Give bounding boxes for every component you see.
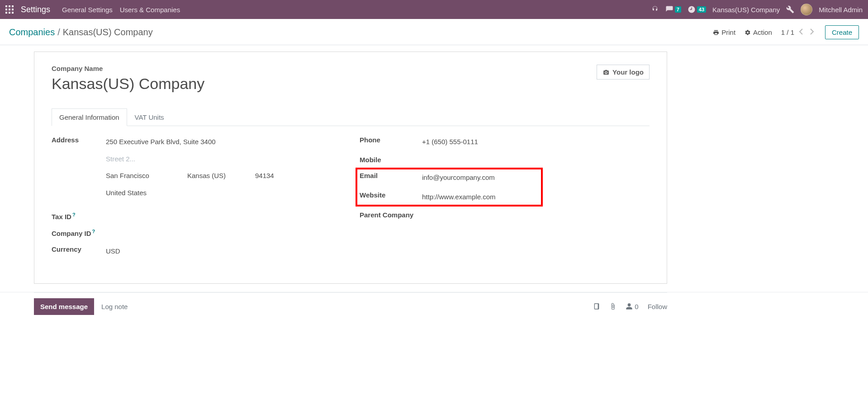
chatter: Send message Log note 0 Follow bbox=[34, 292, 667, 320]
currency-label: Currency bbox=[52, 245, 106, 253]
user-menu[interactable]: Mitchell Admin bbox=[819, 6, 863, 14]
svg-rect-8 bbox=[12, 12, 14, 14]
country-field[interactable]: United States bbox=[106, 187, 342, 199]
svg-rect-7 bbox=[9, 12, 10, 14]
company-name-value[interactable]: Kansas(US) Company bbox=[52, 75, 597, 93]
state-field[interactable]: Kansas (US) bbox=[187, 170, 242, 182]
email-label: Email bbox=[360, 172, 422, 179]
top-navbar: Settings General Settings Users & Compan… bbox=[0, 0, 868, 19]
nav-general-settings[interactable]: General Settings bbox=[62, 6, 113, 14]
tax-id-label: Tax ID? bbox=[52, 212, 106, 221]
company-switcher[interactable]: Kansas(US) Company bbox=[712, 6, 780, 14]
control-panel: Companies / Kansas(US) Company Print Act… bbox=[0, 19, 868, 45]
action-button[interactable]: Action bbox=[745, 28, 772, 36]
website-label: Website bbox=[360, 191, 422, 199]
company-id-label: Company ID? bbox=[52, 229, 106, 237]
tax-id-help-icon[interactable]: ? bbox=[72, 212, 76, 217]
svg-rect-4 bbox=[9, 9, 10, 10]
mobile-label: Mobile bbox=[360, 156, 422, 164]
parent-company-label: Parent Company bbox=[360, 211, 422, 219]
user-icon bbox=[626, 303, 633, 310]
logo-upload[interactable]: Your logo bbox=[597, 65, 650, 80]
form-sheet: Company Name Kansas(US) Company Your log… bbox=[34, 52, 667, 284]
city-field[interactable]: San Francisco bbox=[106, 170, 174, 182]
svg-rect-2 bbox=[12, 5, 14, 7]
book-icon[interactable] bbox=[593, 303, 600, 310]
zip-field[interactable]: 94134 bbox=[255, 170, 274, 182]
breadcrumb-current: Kansas(US) Company bbox=[63, 27, 153, 38]
gear-icon bbox=[745, 29, 751, 36]
company-id-help-icon[interactable]: ? bbox=[92, 229, 95, 234]
print-icon bbox=[713, 29, 719, 36]
pager-text: 1 / 1 bbox=[781, 28, 794, 36]
debug-icon[interactable] bbox=[786, 5, 794, 14]
camera-icon bbox=[602, 69, 610, 75]
email-field[interactable]: info@yourcompany.com bbox=[422, 172, 650, 183]
phone-field[interactable]: +1 (650) 555-0111 bbox=[422, 136, 650, 148]
messages-badge: 7 bbox=[675, 6, 681, 13]
street1-field[interactable]: 250 Executive Park Blvd, Suite 3400 bbox=[106, 136, 342, 148]
pager-next[interactable] bbox=[808, 28, 816, 37]
pager-prev[interactable] bbox=[797, 28, 805, 37]
svg-rect-0 bbox=[5, 5, 7, 7]
attachment-icon[interactable] bbox=[609, 303, 617, 310]
company-name-label: Company Name bbox=[52, 65, 597, 72]
svg-rect-1 bbox=[9, 5, 10, 7]
apps-icon[interactable] bbox=[5, 5, 14, 14]
avatar[interactable] bbox=[801, 4, 812, 15]
tab-general-information[interactable]: General Information bbox=[52, 108, 127, 126]
breadcrumb: Companies / Kansas(US) Company bbox=[9, 27, 153, 38]
print-button[interactable]: Print bbox=[713, 28, 735, 36]
tabs: General Information VAT Units bbox=[52, 108, 650, 126]
tab-vat-units[interactable]: VAT Units bbox=[127, 108, 172, 126]
currency-field[interactable]: USD bbox=[106, 245, 342, 257]
create-button[interactable]: Create bbox=[825, 25, 859, 39]
activities-icon[interactable]: 43 bbox=[688, 5, 706, 14]
website-field[interactable]: http://www.example.com bbox=[422, 191, 650, 203]
app-brand[interactable]: Settings bbox=[21, 5, 50, 14]
svg-rect-5 bbox=[12, 9, 14, 10]
address-label: Address bbox=[52, 136, 106, 144]
breadcrumb-separator: / bbox=[57, 27, 60, 38]
log-note-button[interactable]: Log note bbox=[94, 298, 135, 315]
follow-button[interactable]: Follow bbox=[648, 303, 667, 310]
activities-badge: 43 bbox=[697, 6, 706, 13]
breadcrumb-root[interactable]: Companies bbox=[9, 27, 55, 38]
phone-label: Phone bbox=[360, 136, 422, 144]
nav-users-companies[interactable]: Users & Companies bbox=[120, 6, 180, 14]
send-message-button[interactable]: Send message bbox=[34, 298, 94, 315]
support-icon[interactable] bbox=[651, 5, 659, 14]
street2-field[interactable]: Street 2... bbox=[106, 153, 342, 165]
svg-rect-6 bbox=[5, 12, 7, 14]
messages-icon[interactable]: 7 bbox=[665, 5, 681, 14]
pager: 1 / 1 bbox=[781, 28, 816, 37]
svg-rect-3 bbox=[5, 9, 7, 10]
followers-count[interactable]: 0 bbox=[626, 303, 638, 310]
